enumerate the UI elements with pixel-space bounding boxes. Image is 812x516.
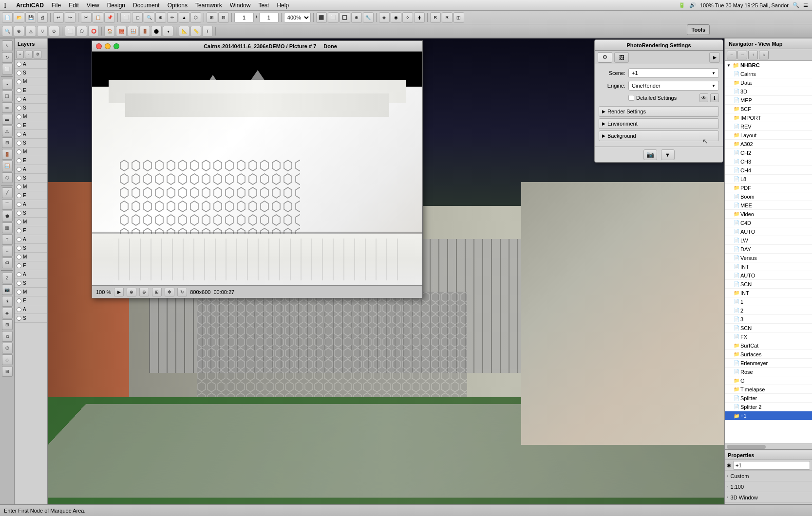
layer-item[interactable]: S xyxy=(15,279,47,288)
open-btn[interactable]: 📂 xyxy=(14,12,24,23)
pan-btn[interactable]: ✥ xyxy=(165,288,174,296)
undo-btn[interactable]: ↩ xyxy=(53,12,64,23)
cut-btn[interactable]: ✂ xyxy=(81,12,92,23)
layer-item[interactable]: S xyxy=(15,244,47,253)
menu-view[interactable]: View xyxy=(83,1,103,10)
layer-item[interactable]: S xyxy=(15,314,47,323)
nav-item-versus[interactable]: 📄 Versus xyxy=(725,254,812,262)
nav-item-3d[interactable]: 📄 3D xyxy=(725,87,812,96)
render-tab-expand[interactable]: ▶ xyxy=(709,52,720,63)
tb2-9[interactable]: 🏠 xyxy=(104,26,115,37)
tool-roof[interactable]: △ xyxy=(2,126,13,136)
layer-item[interactable]: M xyxy=(15,253,47,261)
nav-item-import[interactable]: 📁 IMPORT xyxy=(725,113,812,122)
redo-btn[interactable]: ↪ xyxy=(65,12,76,23)
layer-eye[interactable] xyxy=(17,211,21,216)
layer-item[interactable]: E xyxy=(15,261,47,270)
layer-item[interactable]: E xyxy=(15,191,47,200)
tb-btn-7[interactable]: ⬡ xyxy=(190,12,201,23)
tool-camera[interactable]: 📷 xyxy=(2,284,13,295)
tb-btn-5[interactable]: ✏ xyxy=(167,12,178,23)
layer-item[interactable]: A xyxy=(15,305,47,314)
fit-btn[interactable]: ⊞ xyxy=(152,288,162,296)
menu-document[interactable]: Document xyxy=(129,1,164,10)
menu-test[interactable]: Test xyxy=(254,1,273,10)
tb-view-3[interactable]: 🔲 xyxy=(340,12,350,23)
save-btn[interactable]: 💾 xyxy=(25,12,36,23)
layer-eye[interactable] xyxy=(17,123,21,128)
tool-beam[interactable]: ═ xyxy=(2,102,13,113)
tb-r1[interactable]: R xyxy=(430,12,441,23)
settings-info-btn[interactable]: ℹ xyxy=(710,93,719,102)
minimize-btn[interactable] xyxy=(105,43,111,49)
nav-item-ch2[interactable]: 📄 CH2 xyxy=(725,148,812,157)
settings-eye-btn[interactable]: 👁 xyxy=(699,93,708,102)
detailed-checkbox[interactable] xyxy=(628,95,634,101)
layer-item[interactable]: A xyxy=(15,130,47,139)
zoom-in-btn[interactable]: ⊕ xyxy=(127,288,136,296)
tb2-8[interactable]: ⭕ xyxy=(88,26,99,37)
layer-item[interactable]: S xyxy=(15,174,47,183)
paste-btn[interactable]: 📌 xyxy=(104,12,115,23)
layer-item[interactable]: S xyxy=(15,209,47,218)
nav-item-g[interactable]: 📁 G xyxy=(725,376,812,385)
nav-item-erlenmeyer[interactable]: 📄 Erlenmeyer xyxy=(725,359,812,368)
refresh-btn[interactable]: ↻ xyxy=(177,288,187,296)
layer-item[interactable]: A xyxy=(15,60,47,69)
layer-eye[interactable] xyxy=(17,193,21,198)
nav-item-boom[interactable]: 📄 Boom xyxy=(725,192,812,201)
tb2-10[interactable]: 🧱 xyxy=(116,26,127,37)
render-settings-section[interactable]: ▶ Render Settings xyxy=(599,106,719,117)
tool-door[interactable]: 🚪 xyxy=(2,149,13,160)
zoom-select[interactable]: 400% 200% 100% xyxy=(284,13,311,22)
tool-arc[interactable]: ⌒ xyxy=(2,199,13,210)
render-camera-btn[interactable]: 📷 xyxy=(643,149,657,160)
tool-curtainwall[interactable]: ⧉ xyxy=(2,331,13,342)
nav-item-cairns[interactable]: 📄 Cairns xyxy=(725,70,812,78)
tool-label[interactable]: 🏷 xyxy=(2,258,13,268)
nav-item-surfcat[interactable]: 📁 SurfCat xyxy=(725,341,812,350)
tb-r3[interactable]: ◫ xyxy=(453,12,464,23)
tool-arrow[interactable]: ↖ xyxy=(2,40,13,51)
tb-view-1[interactable]: ⬛ xyxy=(316,12,327,23)
nav-item-a302[interactable]: 📁 A302 xyxy=(725,140,812,148)
layer-eye[interactable] xyxy=(17,88,21,93)
menu-help[interactable]: Help xyxy=(273,1,293,10)
print-btn[interactable]: 🖨 xyxy=(37,12,48,23)
menu-archicad[interactable]: ArchiCAD xyxy=(12,1,48,10)
layer-eye[interactable] xyxy=(17,167,21,172)
layer-eye[interactable] xyxy=(17,184,21,189)
nav-item-fx[interactable]: 📄 FX xyxy=(725,332,812,341)
tool-marquee[interactable]: ⬜ xyxy=(2,64,13,74)
tb-view-5[interactable]: 🔧 xyxy=(363,12,374,23)
tb-3d-1[interactable]: ◈ xyxy=(379,12,390,23)
layer-item[interactable]: E xyxy=(15,226,47,235)
layer-eye[interactable] xyxy=(17,71,21,75)
new-btn[interactable]: 📄 xyxy=(2,12,13,23)
tool-line[interactable]: ╱ xyxy=(2,187,13,198)
tool-railing[interactable]: ⊞ xyxy=(2,366,13,377)
tb2-3[interactable]: △ xyxy=(25,26,36,37)
copy-btn[interactable]: 📋 xyxy=(93,12,103,23)
tb2-12[interactable]: 🚪 xyxy=(139,26,150,37)
tb2-16[interactable]: 📏 xyxy=(190,26,201,37)
nav-item-l8[interactable]: 📄 L8 xyxy=(725,175,812,184)
tb-view-2[interactable]: ⬜ xyxy=(328,12,339,23)
tb2-1[interactable]: 🔍 xyxy=(2,26,13,37)
tool-stair[interactable]: ⊟ xyxy=(2,137,13,148)
tool-fill[interactable]: ▩ xyxy=(2,222,13,233)
tool-text[interactable]: T xyxy=(2,234,13,245)
layer-item[interactable]: S xyxy=(15,69,47,77)
zoom-out-btn[interactable]: ⊖ xyxy=(139,288,149,296)
layer-settings-btn[interactable]: ⚙ xyxy=(34,51,41,58)
layer-eye[interactable] xyxy=(17,307,21,312)
nav-item-scn1[interactable]: 📄 SCN xyxy=(725,280,812,289)
nav-item-timelapse[interactable]: 📁 Timelapse xyxy=(725,385,812,394)
tb2-14[interactable]: ⬥ xyxy=(163,26,173,37)
layer-eye[interactable] xyxy=(17,114,21,119)
layer-item[interactable]: A xyxy=(15,235,47,244)
tb-btn-3[interactable]: 🔍 xyxy=(144,12,154,23)
layer-eye[interactable] xyxy=(17,106,21,111)
layer-eye[interactable] xyxy=(17,316,21,321)
layer-eye[interactable] xyxy=(17,132,21,137)
